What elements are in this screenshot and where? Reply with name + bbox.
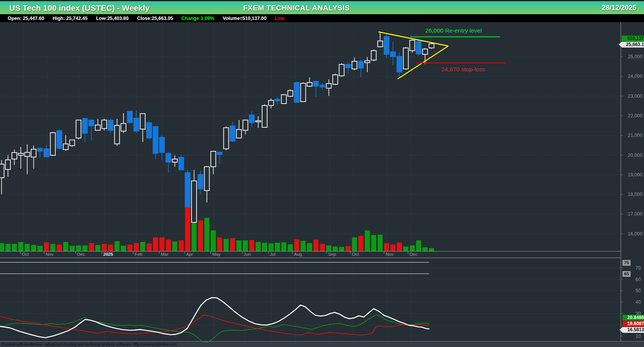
volume-badge: 510,137 (622, 36, 644, 41)
volume-bar (416, 240, 421, 251)
volume-bar (288, 244, 293, 251)
month-label: Nov (46, 252, 53, 257)
volume-bar (153, 237, 158, 251)
volume-bar (38, 246, 43, 251)
level-75-badge: 75 (623, 260, 631, 266)
candle-body (140, 113, 145, 129)
candle-body (423, 49, 428, 54)
volume-bar (25, 244, 30, 251)
volume-bar (89, 243, 94, 251)
candle-body (50, 133, 55, 155)
volume-bar (320, 244, 325, 251)
candle-body (160, 137, 165, 153)
candle-body (307, 82, 312, 86)
volume-bar (31, 245, 36, 251)
month-label: 2025 (103, 252, 113, 257)
candle-body (95, 125, 100, 130)
oscillator-line-green (0, 315, 429, 343)
price-tick-label: 18,000 (622, 192, 642, 197)
price-tick-label: 16,000 (622, 231, 642, 237)
candle-body (89, 120, 94, 126)
volume-bar (236, 240, 241, 251)
volume-bar (185, 207, 190, 251)
volume-bar (230, 238, 235, 251)
volume-bar (217, 237, 222, 251)
candle-body (211, 151, 216, 167)
candle-body (371, 51, 376, 60)
volume-bar (301, 241, 305, 251)
month-label: Aug (294, 252, 302, 257)
candle-body (5, 160, 10, 169)
volume-bar (69, 246, 74, 251)
volume-bar (243, 240, 248, 251)
candle-body (294, 82, 299, 102)
candle-body (403, 48, 408, 69)
candle-body (358, 61, 363, 68)
indicator-tick-label: 40 (626, 299, 641, 305)
volume-bar (160, 237, 165, 251)
candle-body (147, 123, 152, 138)
volume-bar (333, 247, 338, 251)
candle-body (25, 152, 30, 156)
volume-bar (390, 245, 395, 251)
volume-bar (307, 243, 312, 251)
month-label: Feb (135, 252, 142, 257)
volume-bar (0, 243, 4, 251)
volume-bar (114, 241, 119, 251)
candle-body (410, 40, 415, 51)
candle-body (352, 61, 357, 69)
volume-bar (76, 245, 81, 251)
price-tick-label: 21,000 (622, 133, 642, 138)
candle-body (179, 157, 184, 170)
volume-bar (269, 243, 274, 251)
candle-body (31, 149, 36, 157)
candle-body (185, 173, 190, 207)
candle-body (243, 120, 248, 130)
price-tick-label: 24,000 (622, 74, 642, 79)
volume-bar (166, 240, 171, 251)
candle-body (416, 41, 421, 54)
candle-body (192, 181, 197, 222)
candle-body (275, 99, 280, 101)
candle-body (281, 95, 286, 104)
candle-body (365, 61, 370, 62)
indicator-tick-label: 70 (626, 265, 641, 271)
reentry-annotation: 26,000 Re-entry level (425, 27, 482, 34)
candle-body (397, 56, 402, 72)
candle-body (44, 149, 49, 157)
candle-body (153, 127, 158, 153)
footer-credit: Created with AmiBroker - advanced charti… (2, 342, 177, 347)
candle-body (301, 83, 305, 102)
volume-bar (12, 244, 17, 251)
volume-bar (378, 235, 383, 251)
chart-canvas[interactable] (0, 0, 644, 347)
volume-bar (403, 247, 408, 251)
indicator-value-badge-red: 19.6087 (623, 321, 644, 327)
indicator-arrow-icon (619, 327, 623, 332)
candle-body (217, 152, 222, 155)
volume-bar (179, 240, 184, 251)
month-label: Apr (186, 252, 193, 257)
volume-bar (127, 245, 132, 251)
candle-body (134, 118, 139, 131)
candle-body (0, 164, 4, 178)
month-label: Dec (77, 252, 85, 257)
candle-body (378, 41, 383, 47)
candle-body (256, 121, 261, 122)
candle-body (102, 120, 107, 128)
candle-body (38, 148, 43, 151)
candle-body (269, 100, 274, 105)
indicator-tick-label: 60 (626, 277, 641, 282)
volume-bar (384, 243, 389, 251)
volume-bar (121, 246, 126, 251)
volume-bar (198, 220, 203, 251)
candle-body (198, 174, 203, 189)
volume-bar (397, 243, 402, 251)
volume-bar (429, 248, 434, 251)
volume-bar (147, 243, 152, 251)
candle-body (390, 52, 395, 57)
indicator-tick-label: 10 (626, 334, 641, 339)
indicator-value-badge-green: 20.8486 (623, 315, 644, 321)
volume-bar (262, 243, 267, 251)
candle-body (345, 64, 350, 68)
